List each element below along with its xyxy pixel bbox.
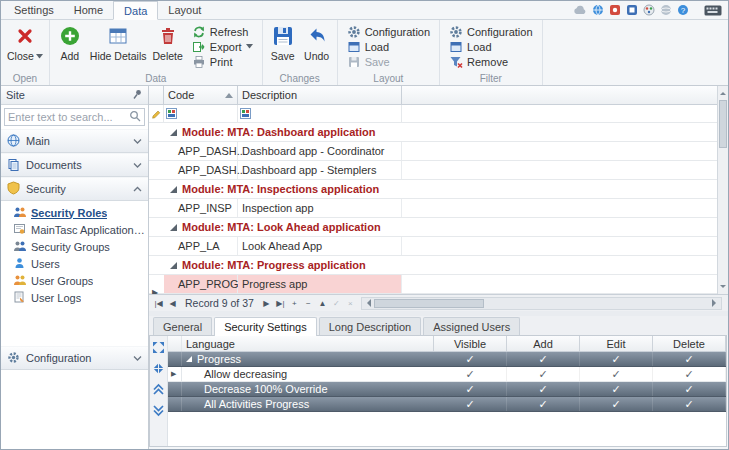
sidebar-section-documents[interactable]: Documents [1,153,148,177]
tab-data[interactable]: Data [113,1,158,20]
checkbox-checked-icon[interactable] [684,398,693,411]
horizontal-scrollbar[interactable] [361,297,722,310]
refresh-button[interactable]: Refresh [188,24,257,39]
scrollbar-thumb[interactable] [374,299,484,308]
detail-row-allow-decreasing[interactable]: Allow decreasing [168,367,726,382]
column-header-visible[interactable]: Visible [434,336,507,351]
checkbox-checked-icon[interactable] [465,353,474,366]
checkbox-checked-icon[interactable] [538,383,547,396]
detail-row-progress[interactable]: Progress [168,352,726,367]
checkbox-checked-icon[interactable] [611,398,620,411]
detail-row-decrease-override[interactable]: Decrease 100% Override [168,382,726,397]
collapse-group-icon[interactable] [170,129,177,136]
tab-long-description[interactable]: Long Description [319,317,422,335]
nav-prev-button[interactable]: ◀ [166,299,179,308]
print-button[interactable]: Print [188,55,257,70]
collapse-node-icon[interactable] [186,356,192,362]
tab-general[interactable]: General [153,317,212,335]
checkbox-checked-icon[interactable] [538,368,547,381]
sidebar-item-security-roles[interactable]: Security Roles [1,204,148,221]
collapse-group-icon[interactable] [170,262,177,269]
checkbox-checked-icon[interactable] [611,383,620,396]
sidebar-item-user-groups[interactable]: User Groups [1,272,148,289]
collapse-group-icon[interactable] [170,224,177,231]
column-header-code[interactable]: Code [164,86,238,104]
nav-endedit-button[interactable]: ✓ [330,299,343,308]
scroll-up-icon[interactable] [152,382,166,396]
checkbox-checked-icon[interactable] [538,353,547,366]
hide-details-button[interactable]: Hide Details [87,22,150,72]
tab-layout[interactable]: Layout [158,1,211,19]
sidebar-item-security-groups[interactable]: Security Groups [1,238,148,255]
scrollbar-thumb[interactable] [719,100,727,148]
search-input[interactable] [8,111,129,123]
keyboard-icon[interactable] [704,5,722,16]
tab-settings[interactable]: Settings [4,1,64,19]
checkbox-checked-icon[interactable] [684,383,693,396]
checkbox-checked-icon[interactable] [538,398,547,411]
tab-home[interactable]: Home [64,1,113,19]
layout-configuration-button[interactable]: Configuration [343,24,434,39]
app-red-icon[interactable] [609,4,621,16]
filter-cell-code[interactable] [164,105,238,122]
sidebar-item-users[interactable]: Users [1,255,148,272]
group-row-look-ahead[interactable]: Module: MTA: Look Ahead application [149,218,728,237]
vertical-scrollbar[interactable] [717,86,728,294]
nav-append-button[interactable]: + [288,299,301,308]
delete-button[interactable]: Delete [149,22,185,72]
nav-edit-button[interactable]: ▲ [316,299,329,308]
checkbox-checked-icon[interactable] [611,368,620,381]
sidebar-item-user-logs[interactable]: User Logs [1,289,148,306]
nav-last-button[interactable]: ▶| [274,299,287,308]
collapse-group-icon[interactable] [170,186,177,193]
app-blue-icon[interactable] [626,4,638,16]
nav-first-button[interactable]: |◀ [152,299,165,308]
tab-assigned-users[interactable]: Assigned Users [423,317,520,335]
cloud-icon[interactable] [573,5,587,15]
grid-row[interactable]: APP_INSP Inspection app [149,199,728,218]
sphere-icon[interactable] [660,4,672,16]
tab-security-settings[interactable]: Security Settings [214,317,317,336]
add-button[interactable]: Add [53,22,87,72]
group-row-progress[interactable]: Module: MTA: Progress application [149,256,728,275]
theme-palette-icon[interactable] [643,4,655,16]
group-row-dashboard[interactable]: Module: MTA: Dashboard application [149,123,728,142]
column-header-description[interactable]: Description [238,86,402,104]
collapse-all-icon[interactable] [152,361,166,375]
auto-filter-row[interactable] [149,105,728,123]
save-button[interactable]: Save [266,22,300,72]
scrollbar-down-arrow[interactable] [720,285,726,291]
layout-save-button[interactable]: Save [343,55,434,70]
checkbox-checked-icon[interactable] [465,383,474,396]
column-header-delete[interactable]: Delete [653,336,726,351]
close-button[interactable]: Close [4,22,46,72]
sidebar-section-security[interactable]: Security [1,177,148,201]
export-button[interactable]: Export [188,39,257,54]
undo-button[interactable]: Undo [300,22,334,72]
scrollbar-right-arrow[interactable] [712,299,720,307]
sidebar-section-configuration[interactable]: Configuration [1,346,148,370]
detail-row-all-activities[interactable]: All Activities Progress [168,397,726,412]
grid-row[interactable]: APP_DASH... Dashboard app - Stemplers [149,161,728,180]
filter-configuration-button[interactable]: Configuration [445,24,536,39]
column-header-add[interactable]: Add [507,336,580,351]
column-header-edit[interactable]: Edit [580,336,653,351]
nav-cancel-button[interactable]: × [344,299,357,308]
help-icon[interactable]: ? [677,4,689,16]
filter-cell-description[interactable] [238,105,402,122]
scroll-down-icon[interactable] [152,403,166,417]
grid-row-selected[interactable]: APP_PROG Progress app [149,275,728,294]
globe-icon[interactable] [592,4,604,16]
grid-row[interactable]: APP_LA Look Ahead App [149,237,728,256]
filter-remove-button[interactable]: Remove [445,55,536,70]
sidebar-section-main[interactable]: Main [1,129,148,153]
column-header-language[interactable]: Language [182,336,434,351]
nav-next-button[interactable]: ▶ [260,299,273,308]
checkbox-checked-icon[interactable] [465,398,474,411]
grid-row[interactable]: APP_DASH... Dashboard app - Coordinator [149,142,728,161]
checkbox-checked-icon[interactable] [465,368,474,381]
sidebar-item-maintasc-licenses[interactable]: MainTasc Applications Licen... [1,221,148,238]
pin-icon[interactable] [131,88,143,102]
filter-load-button[interactable]: Load [445,39,536,54]
group-row-inspections[interactable]: Module: MTA: Inspections application [149,180,728,199]
